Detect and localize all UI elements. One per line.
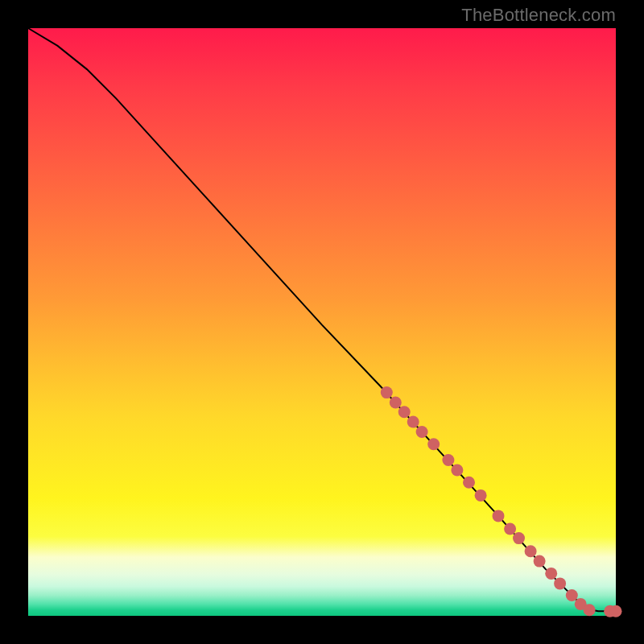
data-point: [451, 464, 463, 477]
data-points-group: [381, 386, 622, 617]
data-point: [610, 605, 622, 617]
data-point: [513, 532, 525, 544]
data-point: [381, 386, 393, 398]
data-point: [427, 438, 440, 450]
data-point: [545, 568, 557, 580]
attribution-label: TheBottleneck.com: [461, 5, 616, 26]
plot-area: [28, 28, 616, 616]
data-point: [504, 523, 516, 535]
data-point: [584, 604, 596, 616]
data-point: [463, 477, 475, 489]
data-point: [525, 545, 537, 557]
data-point: [407, 416, 419, 428]
data-point: [475, 489, 487, 502]
bottleneck-curve: [28, 28, 616, 611]
data-point: [398, 406, 411, 418]
data-point: [390, 397, 402, 409]
chart-svg: [28, 28, 616, 616]
data-point: [416, 426, 428, 438]
data-point: [534, 555, 546, 568]
data-point: [493, 510, 505, 522]
chart-stage: TheBottleneck.com: [0, 0, 644, 644]
data-point: [554, 577, 566, 589]
data-point: [566, 589, 578, 601]
data-point: [442, 454, 454, 466]
